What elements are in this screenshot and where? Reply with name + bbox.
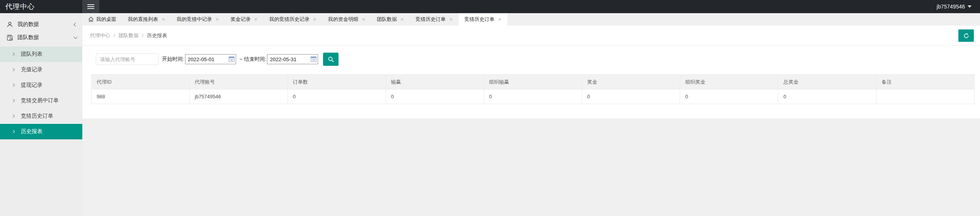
- start-date-wrap: [185, 54, 236, 64]
- chevron-right-icon: [12, 68, 15, 71]
- tab-label: 奖金记录: [230, 16, 250, 23]
- column-header-org-win-loss: 组织输赢: [484, 75, 582, 89]
- column-header-org-bonus: 组织奖金: [680, 75, 778, 89]
- tab-label: 我的竞猜历史记录: [269, 16, 310, 23]
- main-area: 我的桌面 我的直推列表 ✕ 我的竞猜中记录 ✕ 奖金记录 ✕ 我的竞猜历史记录 …: [82, 13, 980, 216]
- cell-total-bonus: 0: [778, 89, 876, 104]
- content-panel: 开始时间: ~ 结束时间:: [82, 46, 980, 118]
- cell-bonus: 0: [582, 89, 680, 104]
- home-icon: [88, 17, 94, 22]
- chevron-left-icon: [74, 22, 78, 26]
- sidebar-item-label: 充值记录: [21, 66, 43, 73]
- tab-label: 我的桌面: [96, 16, 116, 23]
- sidebar-item-withdraw-records[interactable]: 提现记录: [0, 77, 82, 93]
- tab-betting-history-orders-2-active[interactable]: 竞猜历史订单 ✕: [459, 13, 507, 26]
- sidebar-submenu: 团队列表 充值记录 提现记录 竞猜交易中订单 竞猜历史订单 历史报表: [0, 46, 82, 139]
- close-icon[interactable]: ✕: [313, 17, 316, 22]
- save-icon: [7, 34, 13, 41]
- app-title: 代理中心: [0, 0, 82, 13]
- sidebar-item-betting-open-orders[interactable]: 竞猜交易中订单: [0, 93, 82, 108]
- sidebar-item-label: 团队列表: [21, 51, 43, 58]
- caret-down-icon: [968, 5, 971, 8]
- tab-label: 我的竞猜中记录: [177, 16, 212, 23]
- search-icon: [328, 56, 334, 63]
- tab-label: 竞猜历史订单: [464, 16, 495, 23]
- top-header: 代理中心 jb75749546: [0, 0, 980, 13]
- sidebar-group-my-data[interactable]: 我的数据: [0, 18, 82, 31]
- tab-label: 我的直推列表: [128, 16, 158, 23]
- column-header-order-count: 订单数: [288, 75, 386, 89]
- cell-remark: [876, 89, 975, 104]
- table-row: 988 jb75749546 0 0 0 0 0 0: [92, 89, 975, 104]
- sidebar-item-label: 竞猜历史订单: [21, 113, 53, 120]
- sidebar-item-history-report[interactable]: 历史报表: [0, 124, 82, 139]
- refresh-button[interactable]: [958, 29, 974, 42]
- column-header-win-loss: 输赢: [386, 75, 484, 89]
- column-header-remark: 备注: [876, 75, 975, 89]
- breadcrumb-agent-center[interactable]: 代理中心: [90, 32, 110, 39]
- sidebar-item-label: 历史报表: [21, 128, 43, 135]
- tab-my-betting-history[interactable]: 我的竞猜历史记录 ✕: [264, 13, 322, 26]
- column-header-agent-id: 代理ID: [92, 75, 190, 89]
- sidebar: 我的数据 团队数据 团队列表 充值记录 提现记录 竞猜交易中订单: [0, 13, 82, 216]
- close-icon[interactable]: ✕: [498, 17, 502, 22]
- sidebar-item-betting-history-orders[interactable]: 竞猜历史订单: [0, 108, 82, 124]
- sidebar-group-label: 团队数据: [17, 34, 74, 41]
- tab-my-desktop[interactable]: 我的桌面: [82, 13, 122, 26]
- refresh-icon: [963, 33, 970, 39]
- search-button[interactable]: [323, 53, 339, 66]
- close-icon[interactable]: ✕: [215, 17, 219, 22]
- calendar-icon[interactable]: [311, 57, 316, 62]
- chevron-right-icon: [12, 99, 15, 102]
- chevron-right-icon: [12, 115, 15, 118]
- chevron-right-icon: [12, 84, 15, 87]
- hamburger-menu-button[interactable]: [82, 0, 99, 13]
- cell-order-count: 0: [288, 89, 386, 104]
- table-header-row: 代理ID 代理账号 订单数 输赢 组织输赢 奖金 组织奖金 总奖金 备注: [92, 75, 975, 89]
- tab-my-fund-details[interactable]: 我的资金明细 ✕: [322, 13, 371, 26]
- calendar-icon[interactable]: [229, 57, 235, 62]
- cell-agent-account: jb75749546: [189, 89, 288, 104]
- column-header-agent-account: 代理账号: [189, 75, 288, 89]
- report-table: 代理ID 代理账号 订单数 输赢 组织输赢 奖金 组织奖金 总奖金 备注 988…: [91, 74, 975, 104]
- close-icon[interactable]: ✕: [400, 17, 404, 22]
- tab-betting-history-orders-1[interactable]: 竞猜历史订单 ✕: [410, 13, 458, 26]
- end-time-label: ~ 结束时间:: [240, 56, 266, 63]
- breadcrumb-team-data[interactable]: 团队数据: [119, 32, 139, 39]
- sidebar-group-team-data[interactable]: 团队数据: [0, 31, 82, 44]
- end-date-wrap: [267, 54, 318, 64]
- breadcrumb-bar: 代理中心 / 团队数据 / 历史报表: [82, 26, 980, 46]
- user-icon: [7, 21, 13, 28]
- sidebar-group-label: 我的数据: [17, 21, 74, 28]
- tab-my-betting-records[interactable]: 我的竞猜中记录 ✕: [171, 13, 225, 26]
- close-icon[interactable]: ✕: [254, 17, 257, 22]
- column-header-bonus: 奖金: [582, 75, 680, 89]
- tab-my-direct-referrals[interactable]: 我的直推列表 ✕: [122, 13, 171, 26]
- sidebar-item-recharge-records[interactable]: 充值记录: [0, 62, 82, 77]
- username: jb75749546: [937, 3, 965, 10]
- chevron-right-icon: [12, 130, 15, 133]
- close-icon[interactable]: ✕: [449, 17, 453, 22]
- tab-label: 团队数据: [377, 16, 397, 23]
- tab-bonus-records[interactable]: 奖金记录 ✕: [225, 13, 263, 26]
- tab-bar: 我的桌面 我的直推列表 ✕ 我的竞猜中记录 ✕ 奖金记录 ✕ 我的竞猜历史记录 …: [82, 13, 980, 26]
- hamburger-icon: [87, 3, 94, 10]
- cell-org-win-loss: 0: [484, 89, 582, 104]
- tab-label: 竞猜历史订单: [415, 16, 446, 23]
- breadcrumb-separator: /: [114, 33, 115, 38]
- cell-win-loss: 0: [386, 89, 484, 104]
- user-menu[interactable]: jb75749546: [937, 3, 971, 10]
- chevron-down-icon: [74, 35, 78, 39]
- tab-label: 我的资金明细: [328, 16, 358, 23]
- close-icon[interactable]: ✕: [162, 17, 165, 22]
- sidebar-item-label: 提现记录: [21, 82, 43, 89]
- sidebar-item-label: 竞猜交易中订单: [21, 97, 59, 104]
- cell-org-bonus: 0: [680, 89, 778, 104]
- start-time-label: 开始时间:: [162, 56, 184, 63]
- sidebar-item-team-list[interactable]: 团队列表: [0, 46, 82, 62]
- close-icon[interactable]: ✕: [362, 17, 365, 22]
- tab-team-data[interactable]: 团队数据 ✕: [371, 13, 410, 26]
- chevron-right-icon: [12, 53, 15, 56]
- column-header-total-bonus: 总奖金: [778, 75, 876, 89]
- agent-account-input[interactable]: [96, 53, 158, 65]
